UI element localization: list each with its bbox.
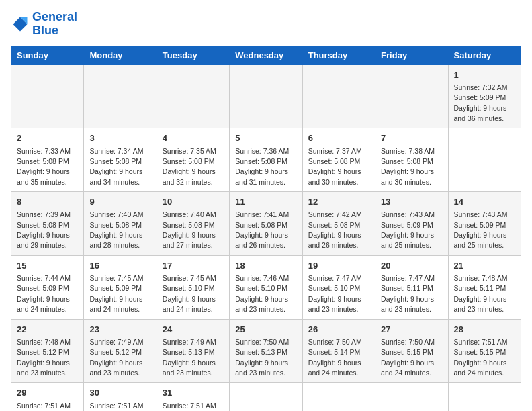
daylight-info: Daylight: 9 hours and 24 minutes. bbox=[308, 359, 361, 377]
day-number: 21 bbox=[454, 260, 515, 272]
calendar-cell bbox=[375, 64, 448, 128]
calendar-cell: 12Sunrise: 7:42 AMSunset: 5:08 PMDayligh… bbox=[302, 192, 375, 256]
calendar-cell: 25Sunrise: 7:50 AMSunset: 5:13 PMDayligh… bbox=[230, 319, 302, 383]
daylight-info: Daylight: 9 hours and 25 minutes. bbox=[381, 231, 434, 249]
calendar-cell: 8Sunrise: 7:39 AMSunset: 5:08 PMDaylight… bbox=[11, 192, 84, 256]
sunset-info: Sunset: 5:15 PM bbox=[381, 348, 433, 356]
day-number: 7 bbox=[381, 132, 442, 144]
day-number: 14 bbox=[454, 196, 515, 208]
calendar-cell: 31Sunrise: 7:51 AMSunset: 5:18 PMDayligh… bbox=[157, 383, 229, 411]
daylight-info: Daylight: 9 hours and 26 minutes. bbox=[308, 231, 361, 249]
sunset-info: Sunset: 5:09 PM bbox=[89, 284, 142, 292]
calendar-cell: 5Sunrise: 7:36 AMSunset: 5:08 PMDaylight… bbox=[230, 128, 302, 192]
calendar-cell bbox=[375, 383, 448, 411]
daylight-info: Daylight: 9 hours and 31 minutes. bbox=[235, 167, 288, 185]
day-number: 23 bbox=[89, 324, 150, 336]
sunrise-info: Sunrise: 7:48 AM bbox=[454, 274, 508, 282]
calendar-cell: 16Sunrise: 7:45 AMSunset: 5:09 PMDayligh… bbox=[84, 255, 157, 319]
sunrise-info: Sunrise: 7:47 AM bbox=[308, 274, 362, 282]
day-number: 6 bbox=[308, 132, 369, 144]
sunrise-info: Sunrise: 7:36 AM bbox=[235, 147, 289, 155]
sunset-info: Sunset: 5:08 PM bbox=[17, 221, 69, 229]
header-day-wednesday: Wednesday bbox=[230, 46, 302, 64]
sunset-info: Sunset: 5:09 PM bbox=[454, 93, 506, 101]
day-number: 3 bbox=[89, 132, 150, 144]
sunrise-info: Sunrise: 7:45 AM bbox=[163, 274, 216, 282]
sunset-info: Sunset: 5:08 PM bbox=[17, 157, 69, 165]
day-number: 17 bbox=[163, 260, 224, 272]
header-day-friday: Friday bbox=[375, 46, 448, 64]
daylight-info: Daylight: 9 hours and 32 minutes. bbox=[163, 167, 216, 185]
sunset-info: Sunset: 5:13 PM bbox=[163, 348, 215, 356]
daylight-info: Daylight: 9 hours and 23 minutes. bbox=[89, 359, 142, 377]
daylight-info: Daylight: 9 hours and 29 minutes. bbox=[17, 231, 70, 249]
daylight-info: Daylight: 9 hours and 23 minutes. bbox=[235, 359, 288, 377]
header-day-monday: Monday bbox=[84, 46, 157, 64]
calendar-cell bbox=[448, 128, 521, 192]
sunset-info: Sunset: 5:11 PM bbox=[381, 284, 433, 292]
calendar-cell: 18Sunrise: 7:46 AMSunset: 5:10 PMDayligh… bbox=[230, 255, 302, 319]
daylight-info: Daylight: 9 hours and 24 minutes. bbox=[89, 295, 142, 313]
calendar-table: SundayMondayTuesdayWednesdayThursdayFrid… bbox=[11, 46, 521, 411]
sunrise-info: Sunrise: 7:34 AM bbox=[89, 147, 143, 155]
sunrise-info: Sunrise: 7:47 AM bbox=[381, 274, 435, 282]
sunrise-info: Sunrise: 7:51 AM bbox=[163, 402, 216, 410]
sunrise-info: Sunrise: 7:49 AM bbox=[89, 338, 143, 346]
daylight-info: Daylight: 9 hours and 23 minutes. bbox=[454, 295, 507, 313]
calendar-cell: 7Sunrise: 7:38 AMSunset: 5:08 PMDaylight… bbox=[375, 128, 448, 192]
daylight-info: Daylight: 9 hours and 30 minutes. bbox=[381, 167, 434, 185]
calendar-cell: 6Sunrise: 7:37 AMSunset: 5:08 PMDaylight… bbox=[302, 128, 375, 192]
calendar-cell: 10Sunrise: 7:40 AMSunset: 5:08 PMDayligh… bbox=[157, 192, 229, 256]
calendar-cell: 17Sunrise: 7:45 AMSunset: 5:10 PMDayligh… bbox=[157, 255, 229, 319]
calendar-cell bbox=[302, 64, 375, 128]
day-number: 24 bbox=[163, 324, 224, 336]
daylight-info: Daylight: 9 hours and 23 minutes. bbox=[381, 295, 434, 313]
header-day-thursday: Thursday bbox=[302, 46, 375, 64]
calendar-week-6: 29Sunrise: 7:51 AMSunset: 5:16 PMDayligh… bbox=[11, 383, 521, 411]
sunrise-info: Sunrise: 7:50 AM bbox=[381, 338, 435, 346]
daylight-info: Daylight: 9 hours and 26 minutes. bbox=[235, 231, 288, 249]
day-number: 15 bbox=[17, 260, 78, 272]
daylight-info: Daylight: 9 hours and 23 minutes. bbox=[235, 295, 288, 313]
day-number: 8 bbox=[17, 196, 78, 208]
sunrise-info: Sunrise: 7:45 AM bbox=[89, 274, 143, 282]
sunrise-info: Sunrise: 7:44 AM bbox=[17, 274, 71, 282]
daylight-info: Daylight: 9 hours and 36 minutes. bbox=[454, 104, 507, 122]
sunrise-info: Sunrise: 7:35 AM bbox=[163, 147, 216, 155]
day-number: 29 bbox=[17, 387, 78, 399]
daylight-info: Daylight: 9 hours and 24 minutes. bbox=[17, 295, 70, 313]
day-number: 10 bbox=[163, 196, 224, 208]
calendar-cell: 3Sunrise: 7:34 AMSunset: 5:08 PMDaylight… bbox=[84, 128, 157, 192]
sunset-info: Sunset: 5:09 PM bbox=[381, 221, 433, 229]
day-number: 11 bbox=[235, 196, 296, 208]
sunset-info: Sunset: 5:08 PM bbox=[163, 157, 215, 165]
daylight-info: Daylight: 9 hours and 23 minutes. bbox=[17, 359, 70, 377]
calendar-cell: 20Sunrise: 7:47 AMSunset: 5:11 PMDayligh… bbox=[375, 255, 448, 319]
daylight-info: Daylight: 9 hours and 35 minutes. bbox=[17, 167, 70, 185]
day-number: 16 bbox=[89, 260, 150, 272]
sunset-info: Sunset: 5:15 PM bbox=[454, 348, 506, 356]
calendar-cell: 19Sunrise: 7:47 AMSunset: 5:10 PMDayligh… bbox=[302, 255, 375, 319]
day-number: 2 bbox=[17, 132, 78, 144]
daylight-info: Daylight: 9 hours and 24 minutes. bbox=[381, 359, 434, 377]
day-number: 19 bbox=[308, 260, 369, 272]
sunrise-info: Sunrise: 7:49 AM bbox=[163, 338, 216, 346]
calendar-cell: 26Sunrise: 7:50 AMSunset: 5:14 PMDayligh… bbox=[302, 319, 375, 383]
page-header: General Blue bbox=[11, 11, 521, 38]
calendar-body: 1Sunrise: 7:32 AMSunset: 5:09 PMDaylight… bbox=[11, 64, 521, 411]
logo-text: General Blue bbox=[32, 11, 77, 38]
daylight-info: Daylight: 9 hours and 23 minutes. bbox=[163, 359, 216, 377]
calendar-cell bbox=[84, 64, 157, 128]
calendar-week-2: 2Sunrise: 7:33 AMSunset: 5:08 PMDaylight… bbox=[11, 128, 521, 192]
daylight-info: Daylight: 9 hours and 28 minutes. bbox=[89, 231, 142, 249]
calendar-week-4: 15Sunrise: 7:44 AMSunset: 5:09 PMDayligh… bbox=[11, 255, 521, 319]
day-number: 30 bbox=[89, 387, 150, 399]
calendar-cell: 13Sunrise: 7:43 AMSunset: 5:09 PMDayligh… bbox=[375, 192, 448, 256]
sunset-info: Sunset: 5:09 PM bbox=[454, 221, 506, 229]
sunset-info: Sunset: 5:10 PM bbox=[163, 284, 215, 292]
day-number: 4 bbox=[163, 132, 224, 144]
calendar-cell: 1Sunrise: 7:32 AMSunset: 5:09 PMDaylight… bbox=[448, 64, 521, 128]
calendar-cell: 30Sunrise: 7:51 AMSunset: 5:17 PMDayligh… bbox=[84, 383, 157, 411]
daylight-info: Daylight: 9 hours and 27 minutes. bbox=[163, 231, 216, 249]
sunrise-info: Sunrise: 7:40 AM bbox=[163, 210, 216, 218]
